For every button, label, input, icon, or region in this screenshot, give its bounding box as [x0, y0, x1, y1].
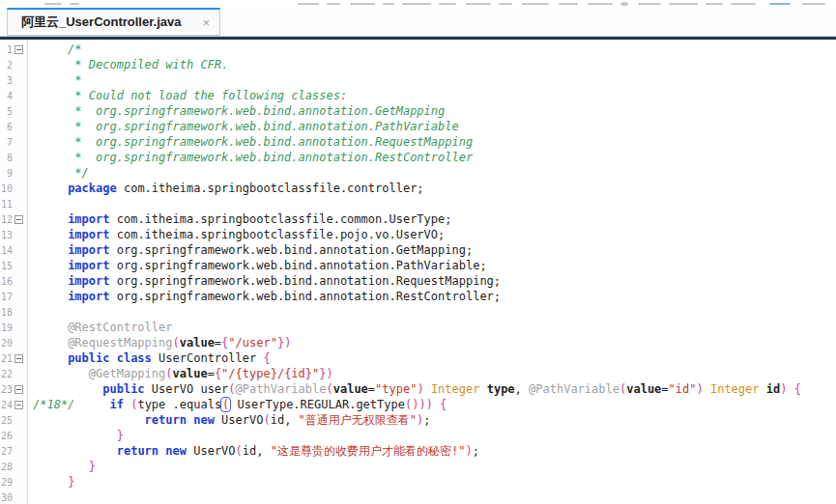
tab-bar: 阿里云_UserController.java × [0, 8, 836, 37]
line-number: 5 [0, 106, 13, 117]
line-number: 12 [0, 214, 13, 225]
code-line: @RequestMapping(value={"/user"}) [33, 335, 836, 350]
tab-close-icon[interactable]: × [202, 16, 210, 29]
tab-title: 阿里云_UserController.java [21, 14, 181, 31]
fold-spacer [14, 493, 26, 502]
gutter-line: 1 [0, 42, 27, 57]
line-number: 18 [0, 307, 13, 318]
code-line: } [33, 428, 836, 443]
code-line: import org.springframework.web.bind.anno… [33, 242, 836, 258]
line-number: 30 [0, 492, 13, 503]
gutter-line: 19 [0, 320, 27, 335]
line-number: 24 [0, 400, 13, 410]
fold-spacer [14, 262, 26, 270]
gutter-line: 13 [0, 227, 27, 242]
line-number: 11 [0, 199, 13, 210]
code-line: import com.itheima.springbootclassfile.c… [33, 211, 836, 227]
fold-spacer [14, 277, 26, 286]
line-number: 15 [0, 261, 13, 271]
code-line: * [33, 72, 836, 88]
app-window: 阿里云_UserController.java × 12345678910111… [0, 0, 836, 504]
code-line: * org.springframework.web.bind.annotatio… [33, 134, 836, 150]
gutter-line: 20 [0, 335, 27, 350]
code-line: * Could not load the following classes: [33, 88, 836, 103]
line-number: 22 [0, 369, 13, 379]
fold-spacer [14, 169, 26, 178]
fold-spacer [14, 107, 26, 116]
fold-marker-icon[interactable] [14, 385, 23, 394]
fold-spacer [14, 246, 26, 255]
fold-spacer [14, 339, 26, 348]
fold-spacer [14, 61, 26, 70]
code-line: } [33, 459, 836, 474]
line-number: 23 [0, 384, 13, 395]
code-area[interactable]: /* * Decompiled with CFR. * * Could not … [28, 40, 836, 504]
code-line: import org.springframework.web.bind.anno… [33, 289, 836, 304]
line-number: 26 [0, 431, 13, 441]
gutter-line: 17 [0, 289, 27, 304]
gutter-line: 4 [0, 88, 27, 103]
fold-spacer [14, 76, 26, 85]
line-number: 13 [0, 230, 13, 240]
clipped-toolbar-strip [0, 0, 836, 8]
gutter-line: 5 [0, 103, 27, 119]
fold-spacer [14, 308, 26, 317]
fold-marker-icon[interactable] [14, 354, 23, 363]
gutter-line: 27 [0, 443, 27, 459]
code-line: public UserVO user(@PathVariable(value="… [33, 381, 836, 397]
gutter-line: 25 [0, 412, 27, 428]
gutter-line: 12 [0, 211, 27, 227]
gutter-line: 6 [0, 119, 27, 134]
fold-spacer [14, 478, 26, 487]
fold-spacer [14, 200, 26, 209]
gutter-line: 29 [0, 474, 27, 490]
code-line: */ [33, 165, 836, 181]
fold-spacer [14, 416, 26, 425]
fold-spacer [14, 92, 26, 100]
line-number: 4 [0, 91, 13, 101]
line-number: 9 [0, 168, 13, 179]
code-line: /*18*/ if (type .equals( UserType.REGULA… [33, 397, 836, 412]
fold-spacer [14, 138, 26, 147]
gutter-line: 28 [0, 459, 27, 474]
code-line: * org.springframework.web.bind.annotatio… [33, 119, 836, 134]
code-line: } [33, 474, 836, 490]
fold-spacer [14, 323, 26, 332]
line-number: 7 [0, 137, 13, 148]
code-line [33, 490, 836, 504]
gutter-line: 26 [0, 428, 27, 443]
fold-marker-icon[interactable] [14, 401, 23, 409]
fold-marker-icon[interactable] [14, 45, 23, 54]
fold-marker-icon[interactable] [14, 215, 23, 224]
line-number: 3 [0, 75, 13, 86]
fold-spacer [14, 447, 26, 456]
code-line: import org.springframework.web.bind.anno… [33, 273, 836, 289]
gutter-line: 9 [0, 165, 27, 181]
code-line: package com.itheima.springbootclassfile.… [33, 181, 836, 196]
gutter-line: 11 [0, 196, 27, 211]
line-number: 17 [0, 292, 13, 302]
gutter-line: 16 [0, 273, 27, 289]
gutter-line: 24 [0, 397, 27, 412]
line-number: 27 [0, 446, 13, 457]
gutter: 1234567891011121314151617181920212223242… [0, 40, 28, 504]
code-line: import com.itheima.springbootclassfile.p… [33, 227, 836, 242]
line-number: 14 [0, 245, 13, 256]
fold-spacer [14, 123, 26, 131]
fold-spacer [14, 370, 26, 378]
gutter-line: 3 [0, 72, 27, 88]
line-number: 21 [0, 353, 13, 364]
gutter-line: 18 [0, 304, 27, 320]
code-line [33, 304, 836, 320]
line-number: 10 [0, 183, 13, 194]
code-line: @GetMapping(value={"/{type}/{id}"}) [33, 366, 836, 381]
gutter-line: 22 [0, 366, 27, 381]
line-number: 19 [0, 322, 13, 333]
line-number: 20 [0, 338, 13, 349]
code-line [33, 196, 836, 211]
code-line: import org.springframework.web.bind.anno… [33, 258, 836, 273]
line-number: 29 [0, 477, 13, 488]
gutter-line: 21 [0, 350, 27, 366]
tab-usercontroller-java[interactable]: 阿里云_UserController.java × [7, 8, 220, 36]
line-number: 25 [0, 415, 13, 426]
